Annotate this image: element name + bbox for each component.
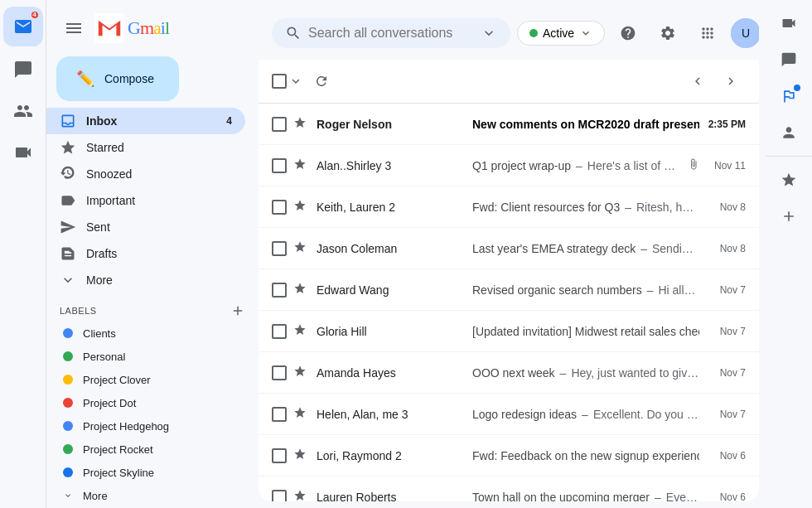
email-checkbox-1[interactable] [272,117,287,132]
nav-item-inbox[interactable]: Inbox 4 [46,108,245,134]
label-dot-project-rocket [63,444,73,454]
select-all-checkbox[interactable] [272,74,287,89]
settings-button[interactable] [651,17,684,50]
select-dropdown-icon[interactable] [288,74,303,89]
email-subject-4: Last year's EMEA strategy deck [472,242,636,255]
email-subject-9: Fwd: Feedback on the new signup experien… [472,449,699,462]
search-bar[interactable] [272,18,510,48]
select-all-area[interactable] [272,74,303,89]
sidebar: Gmail ✏️ Compose Inbox 4 Starred Snoozed [46,0,259,508]
hamburger-button[interactable] [60,14,88,42]
email-row-2[interactable]: Alan..Shirley 3 Q1 project wrap-up – Her… [259,145,759,186]
label-text-more: More [83,490,108,502]
email-checkbox-10[interactable] [272,490,287,502]
email-row-8[interactable]: Helen, Alan, me 3 Logo redesign ideas – … [259,394,759,435]
label-project-rocket[interactable]: Project Rocket [60,438,232,461]
label-dot-personal [63,351,73,361]
email-checkbox-5[interactable] [272,283,287,298]
attachment-icon-2 [688,158,699,172]
help-button[interactable] [611,17,645,50]
label-clients[interactable]: Clients [60,322,232,345]
email-checkbox-2[interactable] [272,158,287,173]
email-row-4[interactable]: Jason Coleman Last year's EMEA strategy … [259,228,759,269]
star-icon-6[interactable] [293,323,307,340]
email-row-3[interactable]: Keith, Lauren 2 Fwd: Client resources fo… [259,186,759,228]
nav-item-sent[interactable]: Sent [46,214,245,240]
email-row-6[interactable]: Gloria Hill [Updated invitation] Midwest… [259,311,759,352]
email-separator-2: – [576,159,582,172]
email-row-7[interactable]: Amanda Hayes OOO next week – Hey, just w… [259,352,759,394]
starred-icon [60,139,76,156]
gmail-logo: Gmail [94,13,169,43]
right-icon-contacts[interactable] [772,116,805,149]
nav-item-drafts[interactable]: Drafts [46,240,245,267]
next-page-button[interactable] [716,66,746,96]
label-project-skyline[interactable]: Project Skyline [60,461,232,484]
nav-label-drafts: Drafts [86,247,117,260]
email-row-10[interactable]: Lauren Roberts Town hall on the upcoming… [259,477,759,501]
right-icon-meet[interactable] [772,7,805,40]
email-sender-8: Helen, Alan, me 3 [317,408,466,421]
star-icon-9[interactable] [293,448,307,464]
email-row-1[interactable]: Roger Nelson New comments on MCR2020 dra… [259,104,759,145]
email-checkbox-7[interactable] [272,365,287,380]
nav-item-starred[interactable]: Starred [46,134,245,161]
app-icon-mail[interactable]: 4 [3,7,43,46]
label-dot-project-hedgehog [63,421,73,431]
label-personal[interactable]: Personal [60,345,232,368]
star-icon-3[interactable] [293,199,307,215]
email-checkbox-6[interactable] [272,324,287,339]
star-icon-1[interactable] [293,116,307,133]
nav-item-important[interactable]: Important [46,187,245,214]
email-meta-10: Nov 6 [706,491,746,502]
label-text-project-rocket: Project Rocket [83,443,153,456]
email-separator-10: – [655,491,661,502]
email-meta-7: Nov 7 [706,367,746,379]
email-date-5: Nov 7 [706,284,746,296]
nav-item-more[interactable]: More [46,267,245,293]
drafts-icon [60,245,76,262]
star-icon-8[interactable] [293,406,307,423]
star-icon-2[interactable] [293,157,307,174]
compose-button[interactable]: ✏️ Compose [56,56,179,101]
search-input[interactable] [308,26,474,41]
compose-pencil-icon: ✏️ [76,70,94,88]
star-icon-5[interactable] [293,282,307,298]
email-content-2: Q1 project wrap-up – Here's a list of al… [472,159,681,172]
email-row-9[interactable]: Lori, Raymond 2 Fwd: Feedback on the new… [259,435,759,477]
app-icon-meet[interactable] [3,133,43,172]
star-icon-4[interactable] [293,240,307,257]
star-icon-10[interactable] [293,489,307,502]
label-project-clover[interactable]: Project Clover [60,368,232,391]
label-more-labels[interactable]: More [60,484,232,507]
label-project-dot[interactable]: Project Dot [60,391,232,414]
user-avatar[interactable]: U [731,18,759,48]
right-icon-tasks[interactable] [772,80,805,113]
email-list: Roger Nelson New comments on MCR2020 dra… [259,104,759,501]
add-label-icon[interactable] [230,303,245,318]
email-checkbox-8[interactable] [272,407,287,422]
refresh-button[interactable] [307,66,336,96]
right-icon-chat[interactable] [772,43,805,76]
email-checkbox-9[interactable] [272,448,287,463]
email-checkbox-4[interactable] [272,241,287,256]
email-meta-3: Nov 8 [706,201,746,213]
email-meta-9: Nov 6 [706,450,746,462]
search-dropdown-icon[interactable] [481,25,497,41]
right-icon-add[interactable] [772,200,805,233]
app-icon-spaces[interactable] [3,91,43,131]
app-icon-chat[interactable] [3,50,43,90]
label-project-hedgehog[interactable]: Project Hedgehog [60,414,232,438]
inbox-icon [60,113,76,129]
email-row-5[interactable]: Edward Wang Revised organic search numbe… [259,269,759,311]
status-button[interactable]: Active [517,21,605,46]
email-checkbox-3[interactable] [272,200,287,215]
prev-page-button[interactable] [683,66,713,96]
nav-item-snoozed[interactable]: Snoozed [46,161,245,187]
right-icon-starred[interactable] [772,163,805,196]
email-content-7: OOO next week – Hey, just wanted to give… [472,366,699,380]
apps-button[interactable] [691,17,724,50]
email-content-3: Fwd: Client resources for Q3 – Ritesh, h… [472,201,699,214]
email-sender-5: Edward Wang [317,283,466,297]
star-icon-7[interactable] [293,365,307,381]
